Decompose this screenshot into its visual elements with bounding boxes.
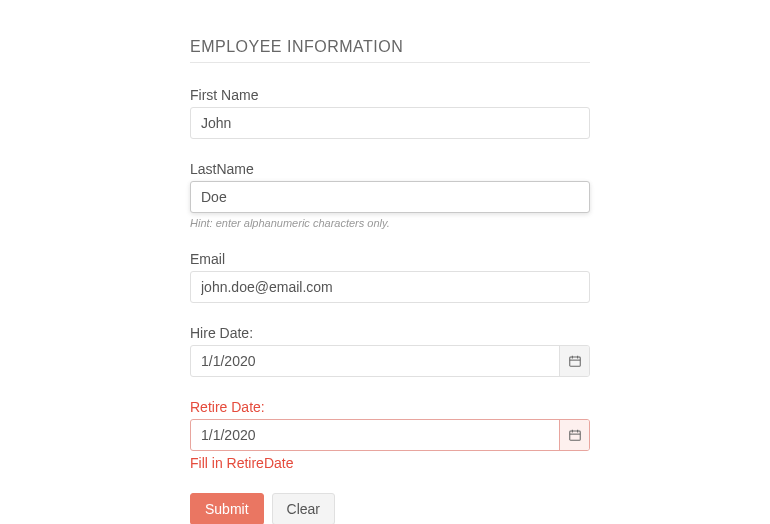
retire-date-error: Fill in RetireDate: [190, 455, 590, 471]
retire-date-picker-button[interactable]: [559, 420, 589, 450]
form-title: EMPLOYEE INFORMATION: [190, 38, 590, 56]
hire-date-input[interactable]: [190, 345, 590, 377]
hire-date-picker-button[interactable]: [559, 346, 589, 376]
hire-date-wrap: [190, 345, 590, 377]
svg-rect-4: [569, 431, 580, 440]
retire-date-input[interactable]: [190, 419, 590, 451]
button-row: Submit Clear: [190, 493, 590, 524]
retire-date-label: Retire Date:: [190, 399, 590, 415]
last-name-group: LastName Hint: enter alphanumeric charac…: [190, 161, 590, 229]
calendar-icon: [568, 354, 582, 368]
last-name-label: LastName: [190, 161, 590, 177]
clear-button[interactable]: Clear: [272, 493, 335, 524]
email-input[interactable]: [190, 271, 590, 303]
calendar-icon: [568, 428, 582, 442]
last-name-input[interactable]: [190, 181, 590, 213]
title-divider: [190, 62, 590, 63]
retire-date-wrap: [190, 419, 590, 451]
email-group: Email: [190, 251, 590, 303]
first-name-input[interactable]: [190, 107, 590, 139]
submit-button[interactable]: Submit: [190, 493, 264, 524]
employee-form: EMPLOYEE INFORMATION First Name LastName…: [190, 0, 590, 524]
svg-rect-0: [569, 357, 580, 366]
email-label: Email: [190, 251, 590, 267]
first-name-label: First Name: [190, 87, 590, 103]
last-name-hint: Hint: enter alphanumeric characters only…: [190, 217, 590, 229]
hire-date-group: Hire Date:: [190, 325, 590, 377]
hire-date-label: Hire Date:: [190, 325, 590, 341]
first-name-group: First Name: [190, 87, 590, 139]
retire-date-group: Retire Date: Fill in RetireDate: [190, 399, 590, 471]
